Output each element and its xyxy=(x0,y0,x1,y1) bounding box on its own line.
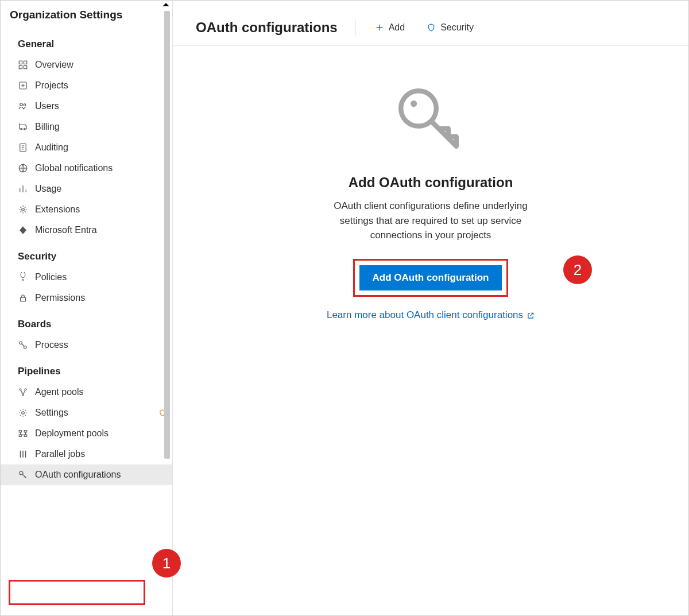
svg-rect-1 xyxy=(24,61,27,64)
sidebar-item-label: Usage xyxy=(35,184,167,194)
section-header-pipelines: Pipelines xyxy=(1,355,172,382)
agent-pools-icon xyxy=(18,387,28,397)
section-header-security: Security xyxy=(1,241,172,267)
svg-point-6 xyxy=(24,104,26,106)
sidebar-item-label: Auditing xyxy=(35,142,167,153)
external-link-icon xyxy=(527,311,535,319)
sidebar-scrollbar[interactable] xyxy=(164,11,170,615)
sidebar-item-overview[interactable]: Overview xyxy=(1,55,172,75)
lock-icon xyxy=(18,293,28,303)
sidebar-item-usage[interactable]: Usage xyxy=(1,179,172,199)
svg-rect-21 xyxy=(24,431,27,432)
sidebar-item-label: Microsoft Entra xyxy=(35,225,167,235)
users-icon xyxy=(18,101,28,111)
sidebar-item-label: Projects xyxy=(35,80,167,91)
callout-badge-1: 1 xyxy=(152,549,181,578)
svg-rect-23 xyxy=(24,435,27,436)
sidebar-item-permissions[interactable]: Permissions xyxy=(1,288,172,308)
sidebar-item-policies[interactable]: Policies xyxy=(1,267,172,288)
sidebar-title: Organization Settings xyxy=(1,1,172,28)
entra-icon xyxy=(18,225,28,235)
sidebar-item-microsoft-entra[interactable]: Microsoft Entra xyxy=(1,220,172,241)
svg-point-17 xyxy=(25,389,26,390)
auditing-icon xyxy=(18,142,28,153)
parallel-jobs-icon xyxy=(18,449,28,459)
sidebar-item-billing[interactable]: Billing xyxy=(1,117,172,137)
sidebar-item-parallel-jobs[interactable]: Parallel jobs xyxy=(1,444,172,464)
add-button[interactable]: Add xyxy=(367,19,413,36)
sidebar-item-users[interactable]: Users xyxy=(1,96,172,117)
sidebar-item-label: Policies xyxy=(35,272,167,282)
sidebar-item-extensions[interactable]: Extensions xyxy=(1,199,172,220)
empty-heading: Add OAuth configuration xyxy=(349,175,513,191)
sidebar-item-projects[interactable]: Projects xyxy=(1,75,172,96)
svg-point-16 xyxy=(20,389,21,390)
sidebar-item-label: Users xyxy=(35,101,167,111)
sidebar-item-label: Settings xyxy=(35,408,155,418)
svg-rect-13 xyxy=(21,297,26,301)
sidebar-item-label: Process xyxy=(35,340,167,350)
sidebar-item-deployment-pools[interactable]: Deployment pools xyxy=(1,423,172,444)
svg-rect-20 xyxy=(19,431,22,432)
svg-point-19 xyxy=(22,412,25,414)
scrollbar-thumb[interactable] xyxy=(164,11,170,459)
sidebar-item-label: Extensions xyxy=(35,204,167,215)
cmd-label: Security xyxy=(440,22,474,33)
sidebar-item-label: Overview xyxy=(35,60,167,70)
globe-icon xyxy=(18,163,28,173)
svg-rect-0 xyxy=(19,61,22,64)
sidebar-item-auditing[interactable]: Auditing xyxy=(1,137,172,158)
overview-icon xyxy=(18,60,28,70)
sidebar-item-label: Agent pools xyxy=(35,387,167,397)
svg-point-5 xyxy=(20,103,23,106)
callout-highlight-2: Add OAuth configuration xyxy=(353,259,508,297)
security-button[interactable]: Security xyxy=(419,19,482,36)
callout-badge-2: 2 xyxy=(563,255,592,284)
scroll-up-icon[interactable] xyxy=(162,1,170,9)
section-header-general: General xyxy=(1,28,172,55)
svg-point-18 xyxy=(22,394,24,396)
cmd-label: Add xyxy=(389,22,405,33)
sidebar-item-label: Global notifications xyxy=(35,163,167,173)
key-illustration-icon xyxy=(390,80,471,161)
svg-rect-2 xyxy=(19,66,22,69)
svg-point-24 xyxy=(20,471,23,475)
header-separator xyxy=(355,19,355,36)
sidebar-item-label: Billing xyxy=(35,122,167,132)
key-icon xyxy=(18,470,28,480)
svg-rect-3 xyxy=(24,66,27,69)
shield-icon xyxy=(427,23,436,32)
deployment-pools-icon xyxy=(18,428,28,439)
sidebar-item-label: Permissions xyxy=(35,293,167,303)
svg-point-12 xyxy=(21,272,25,278)
extensions-icon xyxy=(18,204,28,215)
sidebar-item-label: OAuth configurations xyxy=(35,470,167,480)
sidebar-item-process[interactable]: Process xyxy=(1,335,172,355)
projects-icon xyxy=(18,80,28,91)
section-header-boards: Boards xyxy=(1,308,172,335)
gear-icon xyxy=(18,408,28,418)
plus-icon xyxy=(375,23,384,32)
page-title: OAuth configurations xyxy=(196,20,338,36)
process-icon xyxy=(18,340,28,350)
usage-icon xyxy=(18,184,28,194)
add-oauth-configuration-button[interactable]: Add OAuth configuration xyxy=(359,265,501,290)
learn-more-label: Learn more about OAuth client configurat… xyxy=(327,309,523,321)
policies-icon xyxy=(18,272,28,282)
learn-more-link[interactable]: Learn more about OAuth client configurat… xyxy=(327,309,535,321)
sidebar-item-label: Deployment pools xyxy=(35,428,167,439)
sidebar-item-pipeline-settings[interactable]: Settings xyxy=(1,402,172,423)
billing-icon xyxy=(18,122,28,132)
svg-rect-22 xyxy=(19,435,22,436)
sidebar-item-global-notifications[interactable]: Global notifications xyxy=(1,158,172,179)
svg-point-26 xyxy=(411,100,417,107)
svg-point-11 xyxy=(22,208,25,211)
empty-state: Add OAuth configuration OAuth client con… xyxy=(173,46,688,321)
sidebar-item-oauth-configurations[interactable]: OAuth configurations xyxy=(1,464,172,485)
page-header: OAuth configurations Add Security xyxy=(173,1,688,46)
empty-description: OAuth client configurations define under… xyxy=(333,199,528,243)
sidebar-item-agent-pools[interactable]: Agent pools xyxy=(1,382,172,402)
sidebar-item-label: Parallel jobs xyxy=(35,449,167,459)
